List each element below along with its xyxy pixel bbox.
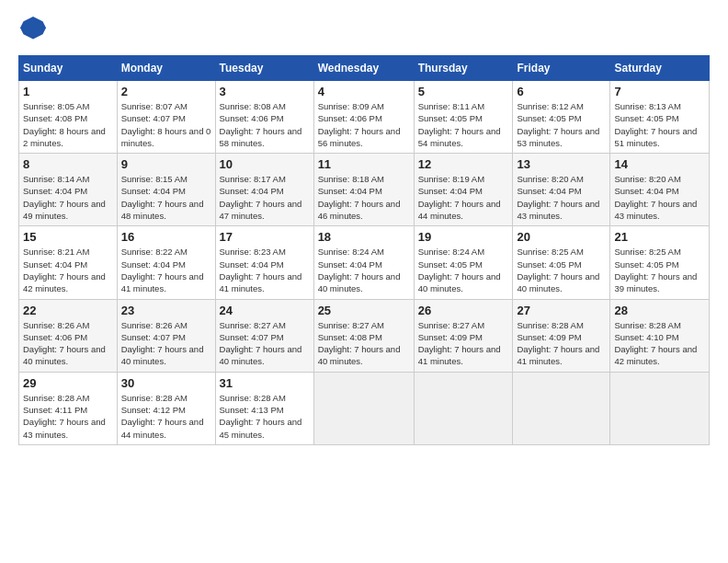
day-number: 16 — [121, 230, 211, 244]
calendar-cell: 7Sunrise: 8:13 AMSunset: 4:05 PMDaylight… — [610, 81, 710, 154]
day-info: Sunrise: 8:23 AMSunset: 4:04 PMDaylight:… — [220, 246, 310, 294]
calendar-header-sunday: Sunday — [19, 56, 118, 81]
calendar-table: SundayMondayTuesdayWednesdayThursdayFrid… — [18, 55, 710, 445]
day-info: Sunrise: 8:25 AMSunset: 4:05 PMDaylight:… — [517, 246, 606, 294]
day-info: Sunrise: 8:19 AMSunset: 4:04 PMDaylight:… — [418, 173, 509, 222]
calendar-cell: 19Sunrise: 8:24 AMSunset: 4:05 PMDayligh… — [414, 226, 513, 299]
day-info: Sunrise: 8:22 AMSunset: 4:04 PMDaylight:… — [121, 246, 211, 294]
calendar-cell: 3Sunrise: 8:08 AMSunset: 4:06 PMDaylight… — [215, 81, 313, 154]
calendar-cell: 24Sunrise: 8:27 AMSunset: 4:07 PMDayligh… — [215, 299, 313, 372]
day-number: 19 — [418, 230, 509, 244]
day-number: 4 — [318, 85, 410, 98]
calendar-cell: 28Sunrise: 8:28 AMSunset: 4:10 PMDayligh… — [610, 299, 710, 372]
day-number: 15 — [23, 230, 113, 244]
day-number: 6 — [517, 85, 606, 98]
day-number: 25 — [318, 304, 410, 317]
calendar-header-row: SundayMondayTuesdayWednesdayThursdayFrid… — [19, 56, 710, 81]
calendar-cell: 1Sunrise: 8:05 AMSunset: 4:08 PMDaylight… — [19, 81, 118, 154]
logo-icon — [20, 17, 46, 42]
day-number: 12 — [418, 157, 509, 171]
day-number: 1 — [23, 85, 113, 98]
calendar-week-row: 1Sunrise: 8:05 AMSunset: 4:08 PMDaylight… — [19, 81, 710, 154]
calendar-cell: 31Sunrise: 8:28 AMSunset: 4:13 PMDayligh… — [215, 372, 313, 444]
calendar-cell — [610, 372, 710, 444]
day-number: 7 — [614, 85, 705, 98]
day-number: 30 — [121, 376, 211, 390]
header — [18, 17, 710, 46]
calendar-cell: 14Sunrise: 8:20 AMSunset: 4:04 PMDayligh… — [610, 154, 710, 226]
day-number: 28 — [614, 304, 705, 317]
day-info: Sunrise: 8:20 AMSunset: 4:04 PMDaylight:… — [614, 173, 705, 222]
day-number: 9 — [121, 157, 211, 171]
day-info: Sunrise: 8:14 AMSunset: 4:04 PMDaylight:… — [23, 173, 113, 222]
day-info: Sunrise: 8:20 AMSunset: 4:04 PMDaylight:… — [517, 173, 606, 222]
calendar-cell: 23Sunrise: 8:26 AMSunset: 4:07 PMDayligh… — [117, 299, 215, 372]
calendar-header-friday: Friday — [513, 56, 610, 81]
day-number: 20 — [517, 230, 606, 244]
calendar-cell: 30Sunrise: 8:28 AMSunset: 4:12 PMDayligh… — [117, 372, 215, 444]
calendar-cell: 5Sunrise: 8:11 AMSunset: 4:05 PMDaylight… — [414, 81, 513, 154]
day-number: 21 — [614, 230, 705, 244]
day-number: 22 — [23, 304, 113, 317]
day-number: 18 — [318, 230, 410, 244]
day-info: Sunrise: 8:11 AMSunset: 4:05 PMDaylight:… — [418, 100, 509, 149]
calendar-cell: 27Sunrise: 8:28 AMSunset: 4:09 PMDayligh… — [513, 299, 610, 372]
calendar-cell — [513, 372, 610, 444]
calendar-cell — [414, 372, 513, 444]
calendar-cell: 20Sunrise: 8:25 AMSunset: 4:05 PMDayligh… — [513, 226, 610, 299]
calendar-cell: 25Sunrise: 8:27 AMSunset: 4:08 PMDayligh… — [313, 299, 414, 372]
day-number: 24 — [220, 304, 310, 317]
calendar-week-row: 22Sunrise: 8:26 AMSunset: 4:06 PMDayligh… — [19, 299, 710, 372]
day-number: 14 — [614, 157, 705, 171]
day-info: Sunrise: 8:24 AMSunset: 4:05 PMDaylight:… — [418, 246, 509, 294]
calendar-cell: 22Sunrise: 8:26 AMSunset: 4:06 PMDayligh… — [19, 299, 118, 372]
day-info: Sunrise: 8:28 AMSunset: 4:09 PMDaylight:… — [517, 319, 606, 368]
day-info: Sunrise: 8:26 AMSunset: 4:06 PMDaylight:… — [23, 319, 113, 368]
day-info: Sunrise: 8:28 AMSunset: 4:13 PMDaylight:… — [220, 392, 310, 441]
day-info: Sunrise: 8:28 AMSunset: 4:12 PMDaylight:… — [121, 392, 211, 441]
calendar-cell: 21Sunrise: 8:25 AMSunset: 4:05 PMDayligh… — [610, 226, 710, 299]
day-info: Sunrise: 8:08 AMSunset: 4:06 PMDaylight:… — [220, 100, 310, 149]
day-number: 31 — [220, 376, 310, 390]
day-info: Sunrise: 8:12 AMSunset: 4:05 PMDaylight:… — [517, 100, 606, 149]
day-number: 8 — [23, 157, 113, 171]
calendar-cell: 11Sunrise: 8:18 AMSunset: 4:04 PMDayligh… — [313, 154, 414, 226]
calendar-header-tuesday: Tuesday — [215, 56, 313, 81]
day-info: Sunrise: 8:17 AMSunset: 4:04 PMDaylight:… — [220, 173, 310, 222]
calendar-cell: 18Sunrise: 8:24 AMSunset: 4:04 PMDayligh… — [313, 226, 414, 299]
calendar-cell: 10Sunrise: 8:17 AMSunset: 4:04 PMDayligh… — [215, 154, 313, 226]
day-info: Sunrise: 8:18 AMSunset: 4:04 PMDaylight:… — [318, 173, 410, 222]
day-number: 10 — [220, 157, 310, 171]
day-info: Sunrise: 8:13 AMSunset: 4:05 PMDaylight:… — [614, 100, 705, 149]
day-number: 2 — [121, 85, 211, 98]
calendar-cell: 15Sunrise: 8:21 AMSunset: 4:04 PMDayligh… — [19, 226, 118, 299]
calendar-cell: 12Sunrise: 8:19 AMSunset: 4:04 PMDayligh… — [414, 154, 513, 226]
day-info: Sunrise: 8:27 AMSunset: 4:09 PMDaylight:… — [418, 319, 509, 368]
calendar-cell: 26Sunrise: 8:27 AMSunset: 4:09 PMDayligh… — [414, 299, 513, 372]
calendar-cell — [313, 372, 414, 444]
calendar-body: 1Sunrise: 8:05 AMSunset: 4:08 PMDaylight… — [19, 81, 710, 445]
day-number: 3 — [220, 85, 310, 98]
calendar-cell: 2Sunrise: 8:07 AMSunset: 4:07 PMDaylight… — [117, 81, 215, 154]
day-info: Sunrise: 8:26 AMSunset: 4:07 PMDaylight:… — [121, 319, 211, 368]
day-number: 26 — [418, 304, 509, 317]
day-number: 13 — [517, 157, 606, 171]
calendar-cell: 17Sunrise: 8:23 AMSunset: 4:04 PMDayligh… — [215, 226, 313, 299]
calendar-cell: 8Sunrise: 8:14 AMSunset: 4:04 PMDaylight… — [19, 154, 118, 226]
day-info: Sunrise: 8:07 AMSunset: 4:07 PMDaylight:… — [121, 100, 211, 149]
calendar-cell: 16Sunrise: 8:22 AMSunset: 4:04 PMDayligh… — [117, 226, 215, 299]
calendar-cell: 29Sunrise: 8:28 AMSunset: 4:11 PMDayligh… — [19, 372, 118, 444]
calendar-cell: 13Sunrise: 8:20 AMSunset: 4:04 PMDayligh… — [513, 154, 610, 226]
day-number: 27 — [517, 304, 606, 317]
day-info: Sunrise: 8:28 AMSunset: 4:10 PMDaylight:… — [614, 319, 705, 368]
day-number: 29 — [23, 376, 113, 390]
day-info: Sunrise: 8:05 AMSunset: 4:08 PMDaylight:… — [23, 100, 113, 149]
calendar-week-row: 15Sunrise: 8:21 AMSunset: 4:04 PMDayligh… — [19, 226, 710, 299]
day-number: 23 — [121, 304, 211, 317]
day-number: 17 — [220, 230, 310, 244]
calendar-header-thursday: Thursday — [414, 56, 513, 81]
page: SundayMondayTuesdayWednesdayThursdayFrid… — [0, 0, 728, 454]
calendar-cell: 4Sunrise: 8:09 AMSunset: 4:06 PMDaylight… — [313, 81, 414, 154]
day-info: Sunrise: 8:15 AMSunset: 4:04 PMDaylight:… — [121, 173, 211, 222]
day-info: Sunrise: 8:24 AMSunset: 4:04 PMDaylight:… — [318, 246, 410, 294]
